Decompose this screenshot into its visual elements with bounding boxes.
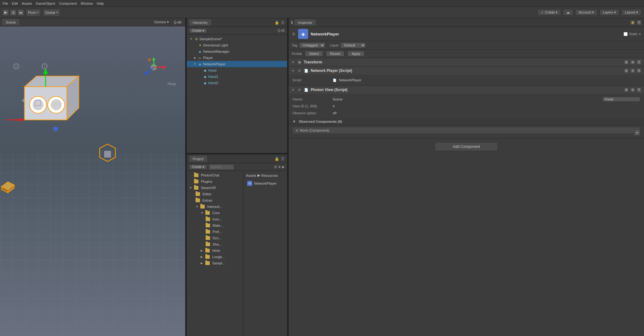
tag-select[interactable]: Untagged <box>299 42 325 48</box>
hierarchy-item-network-manager[interactable]: ◈ NetworkManager <box>187 48 287 55</box>
inspector-lock-icon[interactable]: 🔒 <box>630 20 635 25</box>
project-tree-scripts[interactable]: Scri... <box>187 235 243 241</box>
transform-action-1[interactable]: ⊞ <box>624 60 629 65</box>
breadcrumb-resources[interactable]: Resources <box>261 174 278 177</box>
pv-action-1[interactable]: ⊞ <box>624 87 629 92</box>
np-enable-checkbox[interactable]: ✓ <box>297 69 301 73</box>
object-enable-checkbox[interactable]: ✓ <box>292 32 296 36</box>
project-tree-photonchat[interactable]: PhotonChat <box>187 172 243 178</box>
hierarchy-item-player[interactable]: ▶ ▷ Player <box>187 55 287 61</box>
project-menu-icon[interactable]: ☰ <box>281 157 285 161</box>
project-tree-shaders[interactable]: Sha... <box>187 241 243 247</box>
revert-button[interactable]: Revert <box>326 51 344 57</box>
static-dropdown-icon[interactable]: ▾ <box>639 32 641 36</box>
hierarchy-scene-root[interactable]: ▼ ⚙ SampleScene* <box>187 36 287 42</box>
np-action-2[interactable]: ⧉ <box>630 68 635 73</box>
hierarchy-item-network-player[interactable]: ▼ ◈ NetworkPlayer <box>187 61 287 67</box>
asset-network-player[interactable]: N NetworkPlayer <box>246 180 285 187</box>
pv-action-3[interactable]: ☰ <box>636 87 641 92</box>
project-tab[interactable]: Project <box>189 156 207 162</box>
global-dropdown-icon: ▾ <box>56 10 58 14</box>
hierarchy-item-hand1[interactable]: ◉ Hand1 <box>187 73 287 80</box>
scene-canvas[interactable]: ⊙ ⊙ ✦ <box>0 26 185 336</box>
hierarchy-item-directional-light[interactable]: ☀ Directional Light <box>187 42 287 48</box>
viewid-value: 4 <box>333 104 335 108</box>
menu-edit[interactable]: Edit <box>12 2 18 5</box>
layers-button[interactable]: Layers ▾ <box>599 9 619 16</box>
transform-action-3[interactable]: ☰ <box>636 60 641 65</box>
pivot-label[interactable]: Pivot <box>28 11 36 14</box>
play-button[interactable]: ▶ <box>3 9 9 16</box>
menu-file[interactable]: File <box>3 2 8 5</box>
collab-button[interactable]: ✓ Collab ▾ <box>537 9 561 16</box>
scene-tab[interactable]: Scene <box>3 19 19 25</box>
breadcrumb-assets[interactable]: Assets <box>246 174 256 177</box>
pv-header[interactable]: ▼ ✓ 📄 Photon View (Script) ⊞ ⧉ ☰ <box>289 86 644 94</box>
inspector-tab[interactable]: Inspector <box>295 19 316 25</box>
toolbar-right: ✓ Collab ▾ ☁ Account ▾ Layers ▾ Layout ▾ <box>537 9 641 16</box>
interacti-folder-icon <box>200 205 205 209</box>
menu-gameobject[interactable]: GameObject <box>36 2 55 5</box>
project-tree-core[interactable]: ▼ Core <box>187 210 243 216</box>
add-component-button[interactable]: Add Component <box>435 142 498 151</box>
project-tree-longbow[interactable]: ▶ Longb... <box>187 254 243 260</box>
collapse-observed[interactable]: ▼ <box>292 120 296 123</box>
plugins-label: Plugins <box>201 180 212 183</box>
steamvr-folder-icon <box>194 186 198 190</box>
pv-action-2[interactable]: ⧉ <box>630 87 635 92</box>
layer-select[interactable]: Default <box>341 42 366 48</box>
layout-button[interactable]: Layout ▾ <box>621 9 641 16</box>
add-observed-button[interactable]: + <box>634 129 640 136</box>
pv-enable-checkbox[interactable]: ✓ <box>297 88 301 92</box>
svg-point-16 <box>162 66 165 69</box>
cloud-button[interactable]: ☁ <box>563 9 573 16</box>
project-tree-hints[interactable]: ▶ Hints <box>187 247 243 254</box>
project-tree-interacti[interactable]: ▼ Interacti... <box>187 203 243 210</box>
menu-help[interactable]: Help <box>97 2 104 5</box>
global-label[interactable]: Global <box>45 11 55 14</box>
gizmos-button[interactable]: Gizmos ▾ <box>153 19 170 25</box>
np-action-1[interactable]: ⊞ <box>624 68 629 73</box>
account-button[interactable]: Account ▾ <box>575 9 597 16</box>
np-action-3[interactable]: ☰ <box>636 68 641 73</box>
hierarchy-tab[interactable]: Hierarchy <box>189 19 211 25</box>
select-button[interactable]: Select <box>305 51 323 57</box>
transform-header[interactable]: ▼ ⊞ Transform ⊞ ⧉ ☰ <box>289 58 644 66</box>
np-script-title: Network Player (Script) <box>311 68 352 73</box>
all-button[interactable]: Q-All <box>173 20 183 25</box>
hierarchy-item-hand2[interactable]: ◉ Hand2 <box>187 80 287 86</box>
project-tree-materials[interactable]: Mate... <box>187 222 243 229</box>
hierarchy-lock-icon[interactable]: 🔒 <box>275 20 279 25</box>
transform-action-2[interactable]: ⧉ <box>630 60 635 65</box>
np-script-checkbox[interactable]: ✓ <box>297 68 302 73</box>
project-search-input[interactable] <box>209 164 234 170</box>
collab-check-icon: ✓ <box>541 10 544 14</box>
hand1-icon: ◉ <box>203 74 207 79</box>
hand1-expand <box>198 75 202 79</box>
menu-component[interactable]: Component <box>59 2 77 5</box>
project-lock-icon[interactable]: 🔒 <box>275 157 279 161</box>
pv-checkbox[interactable]: ✓ <box>297 87 302 92</box>
step-button[interactable]: ⏭ <box>18 9 24 16</box>
static-checkbox[interactable] <box>624 32 628 36</box>
apply-button[interactable]: Apply <box>347 51 364 57</box>
project-create-button[interactable]: Create ▾ <box>189 165 207 169</box>
project-tree-icons[interactable]: Icon... <box>187 216 243 222</box>
hierarchy-menu-icon[interactable]: ☰ <box>281 20 285 25</box>
inspector-panel: ℹ Inspector 🔒 ☰ ✓ ◈ NetworkPlayer Static… <box>289 18 644 336</box>
dl-expand <box>193 43 197 47</box>
project-tree-plugins[interactable]: Plugins <box>187 178 243 185</box>
project-tree-extras[interactable]: Extras <box>187 197 243 203</box>
inspector-menu-icon[interactable]: ☰ <box>636 20 641 25</box>
project-tree-editor[interactable]: Editor <box>187 191 243 197</box>
project-tree-steamvr[interactable]: ▼ SteamVR <box>187 185 243 191</box>
menu-window[interactable]: Window <box>80 2 93 5</box>
hierarchy-create-button[interactable]: Create ▾ <box>189 28 207 33</box>
menu-assets[interactable]: Assets <box>22 2 32 5</box>
np-script-header[interactable]: ▼ ✓ 📄 Network Player (Script) ⊞ ⧉ ☰ <box>289 67 644 75</box>
transform-component: ▼ ⊞ Transform ⊞ ⧉ ☰ <box>289 58 644 67</box>
pause-button[interactable]: ⏸ <box>10 9 16 16</box>
project-tree-prefabs[interactable]: Pref... <box>187 229 243 235</box>
project-tree-samples[interactable]: ▶ Sampl... <box>187 260 243 266</box>
hierarchy-item-head[interactable]: ◉ Head <box>187 67 287 73</box>
